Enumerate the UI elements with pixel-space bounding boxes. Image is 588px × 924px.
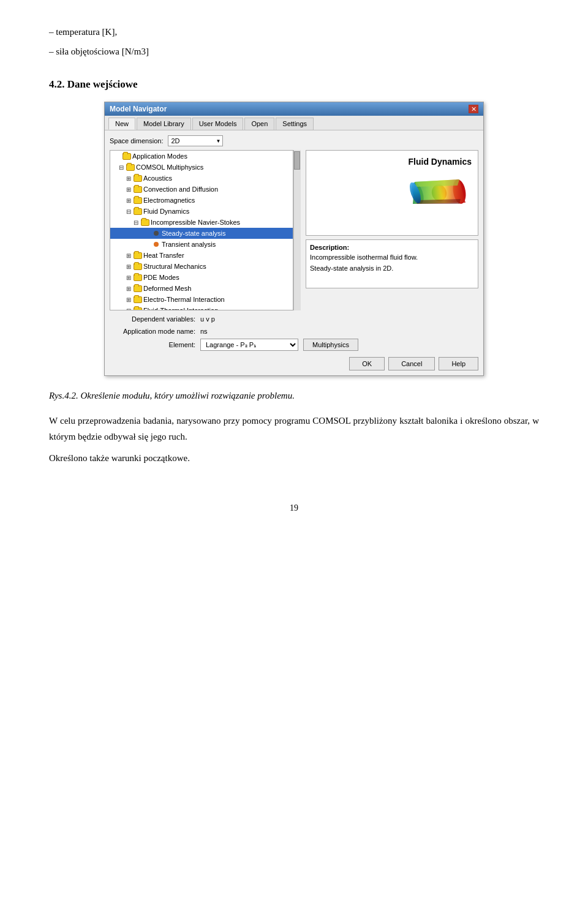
- expander-pde: ⊞: [124, 272, 134, 282]
- close-button[interactable]: ✕: [469, 105, 478, 113]
- tree-label-heat: Heat Transfer: [143, 252, 184, 259]
- tab-new[interactable]: New: [108, 118, 135, 130]
- tree-container: Application Modes ⊟ COMSOL Multiphysics: [110, 150, 301, 310]
- main-area: Application Modes ⊟ COMSOL Multiphysics: [110, 150, 478, 310]
- tree-label-em: Electromagnetics: [143, 197, 195, 204]
- element-label: Element:: [110, 341, 195, 348]
- cancel-button[interactable]: Cancel: [388, 357, 435, 370]
- model-navigator-window: Model Navigator ✕ New Model Library User…: [104, 102, 484, 376]
- space-dimension-select-wrapper[interactable]: 2D 3D 1D Axisymmetric 2D: [168, 135, 223, 146]
- application-mode-label: Application mode name:: [110, 328, 195, 335]
- dependent-variables-label: Dependent variables:: [110, 315, 195, 323]
- tree-item-heat[interactable]: ⊞ Heat Transfer: [110, 250, 293, 261]
- folder-icon-heat: [134, 251, 142, 260]
- description-panel: Description: Incompressible isothermal f…: [306, 239, 478, 288]
- expander-root: [113, 151, 123, 161]
- tree-item-transient[interactable]: Transient analysis: [110, 239, 293, 250]
- multiphysics-button[interactable]: Multiphysics: [303, 339, 358, 351]
- tree-label-structural: Structural Mechanics: [143, 263, 206, 270]
- ok-button[interactable]: OK: [349, 357, 385, 370]
- expander-electrothermal: ⊞: [124, 295, 134, 304]
- tree-item-ns[interactable]: ⊟ Incompressible Navier-Stokes: [110, 217, 293, 228]
- folder-icon-convection: [134, 185, 142, 193]
- tab-settings[interactable]: Settings: [276, 118, 314, 130]
- tree-item-deformed[interactable]: ⊞ Deformed Mesh: [110, 283, 293, 294]
- scrollbar-thumb: [294, 151, 300, 170]
- folder-icon-deformed: [134, 284, 142, 293]
- folder-icon-structural: [134, 262, 142, 271]
- tab-bar: New Model Library User Models Open Setti…: [105, 116, 483, 130]
- preview-panel: Fluid Dynamics: [306, 150, 478, 236]
- expander-heat: ⊞: [124, 250, 134, 260]
- body-paragraph2: Określono także warunki początkowe.: [49, 451, 539, 467]
- body-paragraph1: W celu przeprowadzenia badania, narysowa…: [49, 413, 539, 445]
- tree-label-pde: PDE Modes: [143, 274, 179, 281]
- expander-ns: ⊟: [131, 217, 141, 227]
- tree-label-comsol: COMSOL Multiphysics: [136, 163, 203, 171]
- section-heading: 4.2. Dane wejściowe: [49, 78, 539, 91]
- tree-item-comsol[interactable]: ⊟ COMSOL Multiphysics: [110, 162, 293, 173]
- expander-deformed: ⊞: [124, 284, 134, 293]
- description-label: Description:: [310, 244, 474, 251]
- bullet-icon-steady: [152, 229, 160, 238]
- folder-icon-fluid: [134, 207, 142, 216]
- help-button[interactable]: Help: [439, 357, 478, 370]
- expander-convection: ⊞: [124, 184, 134, 194]
- expander-transient: [142, 239, 152, 249]
- tree-item-acoustics[interactable]: ⊞ Acoustics: [110, 173, 293, 184]
- tree-label-fluidthermal: Fluid-Thermal Interaction: [143, 307, 218, 310]
- expander-acoustics: ⊞: [124, 173, 134, 183]
- bullet-icon-transient: [152, 240, 160, 249]
- button-row: OK Cancel Help: [110, 357, 478, 370]
- tree-item-em[interactable]: ⊞ Electromagnetics: [110, 195, 293, 206]
- application-mode-row: Application mode name: ns: [110, 328, 478, 335]
- element-select[interactable]: Lagrange - P₂ P₁ Lagrange - P₁ P₁: [200, 339, 298, 351]
- tree-label-steady: Steady-state analysis: [162, 230, 226, 237]
- folder-icon-pde: [134, 273, 142, 282]
- tab-open[interactable]: Open: [244, 118, 274, 130]
- tree-scrollbar[interactable]: [293, 150, 301, 310]
- tree-item-electrothermal[interactable]: ⊞ Electro-Thermal Interaction: [110, 294, 293, 305]
- expander-fluid: ⊟: [124, 206, 134, 216]
- folder-icon-acoustics: [134, 174, 142, 182]
- element-row: Element: Lagrange - P₂ P₁ Lagrange - P₁ …: [110, 339, 478, 351]
- tree-item-steady-state[interactable]: Steady-state analysis: [110, 228, 293, 239]
- tree-item-root[interactable]: Application Modes: [110, 151, 293, 162]
- page-number: 19: [49, 503, 539, 513]
- titlebar: Model Navigator ✕: [105, 102, 483, 116]
- tree-item-pde[interactable]: ⊞ PDE Modes: [110, 272, 293, 283]
- space-dimension-select[interactable]: 2D 3D 1D Axisymmetric 2D: [168, 135, 223, 146]
- folder-icon-fluidthermal: [134, 306, 142, 310]
- tree-scroll[interactable]: Application Modes ⊟ COMSOL Multiphysics: [110, 151, 293, 310]
- folder-icon-comsol: [126, 163, 135, 171]
- tree-item-convection[interactable]: ⊞ Convection and Diffusion: [110, 184, 293, 195]
- tree-label-deformed: Deformed Mesh: [143, 285, 191, 292]
- tree-label-root: Application Modes: [132, 152, 187, 160]
- tree-label-acoustics: Acoustics: [143, 175, 172, 182]
- folder-icon-root: [123, 152, 131, 160]
- application-modes-tree: Application Modes ⊟ COMSOL Multiphysics: [110, 150, 293, 310]
- svg-marker-4: [415, 179, 459, 187]
- tab-user-models[interactable]: User Models: [192, 118, 244, 130]
- tree-item-fluidthermal[interactable]: ⊟ Fluid-Thermal Interaction: [110, 305, 293, 310]
- fluid-dynamics-visualization: [405, 168, 473, 217]
- figure-caption: Rys.4.2. Określenie modułu, który umożli…: [49, 391, 539, 401]
- tab-model-library[interactable]: Model Library: [137, 118, 191, 130]
- expander-em: ⊞: [124, 195, 134, 205]
- description-text2: Steady-state analysis in 2D.: [310, 265, 474, 272]
- folder-icon-ns: [141, 218, 149, 227]
- tree-item-fluid[interactable]: ⊟ Fluid Dynamics: [110, 206, 293, 217]
- tree-label-convection: Convection and Diffusion: [143, 186, 218, 193]
- tree-label-transient: Transient analysis: [162, 241, 216, 248]
- application-mode-value: ns: [200, 328, 208, 335]
- tree-label-fluid: Fluid Dynamics: [143, 208, 189, 215]
- folder-icon-em: [134, 196, 142, 205]
- intro-line2: – siła objętościowa [N/m3]: [49, 44, 539, 59]
- space-dimension-label: Space dimension:: [110, 137, 163, 145]
- tree-label-ns: Incompressible Navier-Stokes: [151, 219, 240, 226]
- expander-steady: [142, 228, 152, 238]
- expander-fluidthermal: ⊟: [124, 306, 134, 310]
- dependent-variables-row: Dependent variables: u v p: [110, 315, 478, 323]
- tree-item-structural[interactable]: ⊞ Structural Mechanics: [110, 261, 293, 272]
- right-panel: Fluid Dynamics: [306, 150, 478, 310]
